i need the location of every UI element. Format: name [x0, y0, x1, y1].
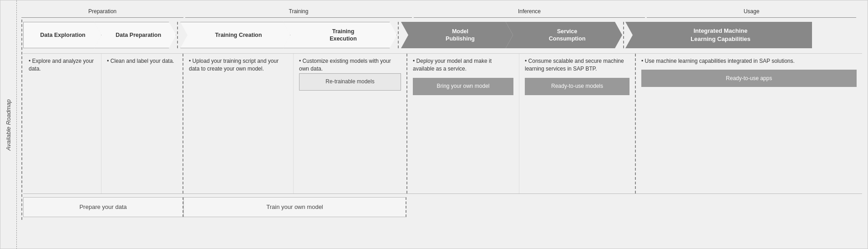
tag-retrainable-models: Re-trainable models — [299, 73, 401, 91]
diagram-container: Available Roadmap Preparation Training I… — [0, 0, 868, 249]
col-service-consumption: Consume scalable and secure machine lear… — [519, 54, 636, 193]
col-training-execution: Customize existing models with your own … — [294, 54, 407, 193]
col-model-publishing: Deploy your model and make it available … — [407, 54, 519, 193]
tag-ready-to-use-apps: Ready-to-use apps — [641, 70, 857, 87]
arrow-training-creation: Training Creation — [180, 22, 290, 48]
arrow-integrated-ml: Integrated Machine Learning Capabilities — [625, 22, 812, 48]
phase-label-usage: Usage — [647, 5, 856, 18]
phase-label-inference: Inference — [414, 5, 645, 18]
arrow-model-publishing: Model Publishing — [401, 22, 513, 48]
arrows-row: Data Exploration Data Preparation Traini… — [23, 20, 862, 51]
arrow-data-preparation: Data Preparation — [94, 22, 176, 48]
roadmap-label-text: Available Roadmap — [5, 99, 12, 151]
arrow-service-consumption: Service Consumption — [506, 22, 622, 48]
main-content: Preparation Training Inference Usage — [17, 0, 868, 249]
phase-label-training: Training — [185, 5, 412, 18]
arrow-data-exploration: Data Exploration — [23, 22, 102, 48]
col-integrated-ml: Use machine learning capabilities integr… — [636, 54, 862, 193]
tag-bring-your-own-model: Bring your own model — [413, 78, 513, 95]
arrow-training-execution: Training Execution — [283, 22, 397, 48]
summary-train-model: Train your own model — [183, 197, 406, 217]
summary-prepare-data: Prepare your data — [23, 197, 183, 217]
col-training-creation: Upload your training script and your dat… — [183, 54, 294, 193]
summary-row: Prepare your data Train your own model — [23, 193, 862, 220]
col-data-preparation: Clean and label your data. — [102, 54, 183, 193]
roadmap-label-container: Available Roadmap — [0, 0, 17, 249]
tag-ready-to-use-models: Ready-to-use models — [525, 78, 629, 95]
phase-label-preparation: Preparation — [21, 5, 183, 18]
col-data-exploration: Explore and analyze your data. — [23, 54, 102, 193]
phase-labels-row: Preparation Training Inference Usage — [21, 5, 862, 18]
